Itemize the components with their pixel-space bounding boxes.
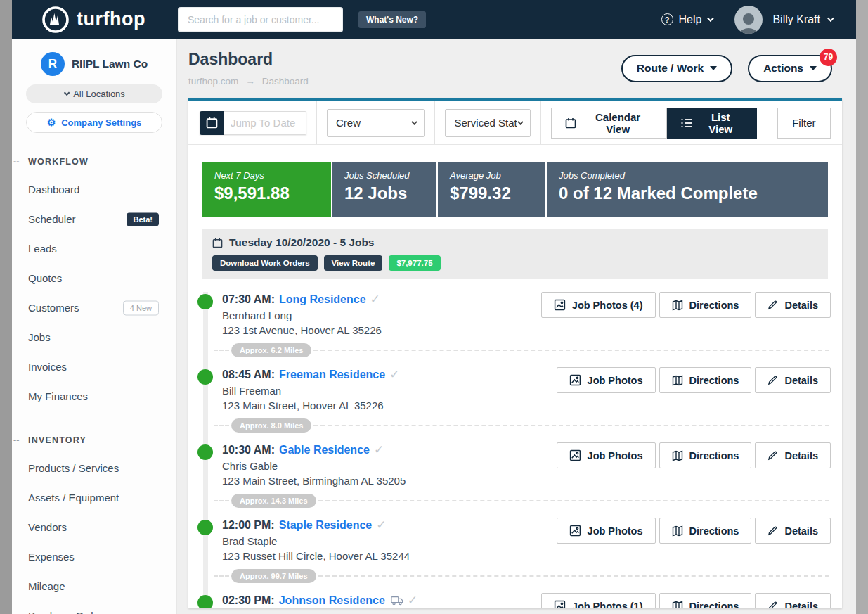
details-label: Details <box>784 300 818 311</box>
stat-average-job: Average Job $799.32 <box>438 162 545 217</box>
details-button[interactable]: Details <box>755 292 831 318</box>
jump-to-date-input[interactable] <box>224 111 306 135</box>
view-route-button[interactable]: View Route <box>324 255 383 271</box>
job-status-dot <box>197 294 213 309</box>
job-list: 07:30 AM: Long Residence ✓ Bernhard Long… <box>188 279 842 608</box>
directions-label: Directions <box>689 601 739 609</box>
miles-badge: Approx. 99.7 Miles <box>231 569 316 583</box>
job-photos-label: Job Photos <box>588 450 643 461</box>
pencil-icon <box>767 375 778 385</box>
divider <box>316 101 317 144</box>
directions-button[interactable]: Directions <box>659 518 752 544</box>
job-name-link[interactable]: Freeman Residence <box>279 369 385 381</box>
dashboard-card: Crew Serviced Stat Calendar View <box>188 98 842 608</box>
serviced-status-select[interactable]: Serviced Stat <box>445 109 531 137</box>
locations-dropdown[interactable]: All Locations <box>26 84 162 103</box>
sidebar-item-products-services[interactable]: Products / Services <box>12 454 176 483</box>
help-menu[interactable]: ? Help <box>661 13 713 26</box>
right-scrollbar[interactable] <box>856 0 868 614</box>
day-total-badge: $7,977.75 <box>389 255 440 271</box>
calendar-icon <box>565 117 576 129</box>
sidebar-item-label: My Finances <box>28 390 88 402</box>
sidebar-item-quotes[interactable]: Quotes <box>12 264 176 293</box>
calendar-icon <box>212 238 223 248</box>
route-work-button[interactable]: Route / Work <box>621 55 732 82</box>
directions-button[interactable]: Directions <box>659 367 752 393</box>
sidebar-item-customers[interactable]: Customers 4 New <box>12 293 176 323</box>
job-photos-button[interactable]: Job Photos <box>557 367 656 393</box>
directions-button[interactable]: Directions <box>659 593 752 608</box>
job-name-link[interactable]: Johnson Residence <box>279 594 385 607</box>
chevron-down-icon <box>518 119 524 124</box>
sidebar-item-assets-equipment[interactable]: Assets / Equipment <box>12 483 176 513</box>
job-row: 07:30 AM: Long Residence ✓ Bernhard Long… <box>188 285 842 360</box>
help-icon: ? <box>661 13 673 25</box>
job-photos-button[interactable]: Job Photos <box>557 442 656 468</box>
details-button[interactable]: Details <box>755 518 831 544</box>
left-scrollbar[interactable] <box>0 0 12 614</box>
stats-bar: Next 7 Days $9,591.88 Jobs Scheduled 12 … <box>202 162 828 217</box>
sidebar-item-label: Scheduler <box>28 213 76 225</box>
directions-button[interactable]: Directions <box>659 442 752 468</box>
details-button[interactable]: Details <box>755 593 831 608</box>
calendar-view-label: Calendar View <box>583 111 653 135</box>
job-name-link[interactable]: Long Residence <box>279 293 366 306</box>
photo-icon <box>569 449 581 461</box>
sidebar-item-leads[interactable]: Leads <box>12 234 176 264</box>
sidebar-item-vendors[interactable]: Vendors <box>12 513 176 542</box>
sidebar-item-invoices[interactable]: Invoices <box>12 352 176 382</box>
user-menu[interactable]: Billy Kraft <box>772 13 832 26</box>
pencil-icon <box>767 300 778 310</box>
directions-label: Directions <box>689 375 739 386</box>
sidebar-item-label: Customers <box>28 302 79 314</box>
job-photos-button[interactable]: Job Photos <box>557 518 656 544</box>
sidebar-item-purchase-orders[interactable]: Purchase Orders <box>12 601 176 614</box>
job-name-link[interactable]: Staple Residence <box>279 519 373 532</box>
divider <box>434 101 435 144</box>
job-name-link[interactable]: Gable Residence <box>279 444 370 456</box>
sidebar-item-jobs[interactable]: Jobs <box>12 323 176 352</box>
sidebar-item-label: Products / Services <box>28 462 119 474</box>
miles-badge: Approx. 14.3 Miles <box>231 494 316 508</box>
sidebar-item-dashboard[interactable]: Dashboard <box>12 175 176 205</box>
directions-label: Directions <box>689 525 739 537</box>
job-status-dot <box>197 520 213 535</box>
sidebar-item-expenses[interactable]: Expenses <box>12 542 176 572</box>
job-time: 10:30 AM: <box>222 444 275 456</box>
directions-button[interactable]: Directions <box>659 292 752 318</box>
search-input[interactable] <box>178 7 343 32</box>
sidebar-item-my-finances[interactable]: My Finances <box>12 382 176 411</box>
company-logo: R <box>41 52 65 76</box>
stat-value: 12 Jobs <box>344 184 425 203</box>
section-header-inventory: INVENTORY <box>12 427 176 454</box>
user-avatar[interactable] <box>734 6 763 34</box>
chevron-down-icon <box>64 89 70 95</box>
brand-name: turfhop <box>77 8 145 30</box>
company-settings-button[interactable]: ⚙ Company Settings <box>26 112 162 133</box>
job-row: 02:30 PM: Johnson Residence ✓ Dustin Jon… <box>188 586 842 608</box>
breadcrumb-arrow-icon: → <box>245 76 255 87</box>
job-status-dot <box>197 595 213 608</box>
miles-badge: Approx. 6.2 Miles <box>231 343 311 357</box>
job-photos-label: Job Photos (4) <box>572 300 643 311</box>
download-work-orders-button[interactable]: Download Work Orders <box>212 255 318 271</box>
sidebar-item-mileage[interactable]: Mileage <box>12 572 176 601</box>
details-label: Details <box>784 525 818 537</box>
actions-button[interactable]: Actions 79 <box>748 55 832 82</box>
breadcrumb: turfhop.com → Dashboard <box>188 76 309 87</box>
calendar-icon <box>206 117 218 129</box>
crew-select[interactable]: Crew <box>327 109 425 137</box>
breadcrumb-site[interactable]: turfhop.com <box>188 76 238 87</box>
company-name: RIIPL Lawn Co <box>72 58 148 70</box>
job-photos-button[interactable]: Job Photos (1) <box>541 593 656 608</box>
calendar-view-button[interactable]: Calendar View <box>551 108 667 139</box>
job-status-dot <box>197 444 213 460</box>
job-photos-button[interactable]: Job Photos (4) <box>541 292 656 318</box>
filter-button[interactable]: Filter <box>777 108 831 139</box>
details-button[interactable]: Details <box>755 442 831 468</box>
sidebar-item-scheduler[interactable]: Scheduler Beta! <box>12 205 176 234</box>
list-view-button[interactable]: List View <box>667 108 757 139</box>
details-button[interactable]: Details <box>755 367 831 393</box>
whats-new-button[interactable]: What's New? <box>358 11 426 28</box>
date-picker-button[interactable] <box>200 111 224 135</box>
